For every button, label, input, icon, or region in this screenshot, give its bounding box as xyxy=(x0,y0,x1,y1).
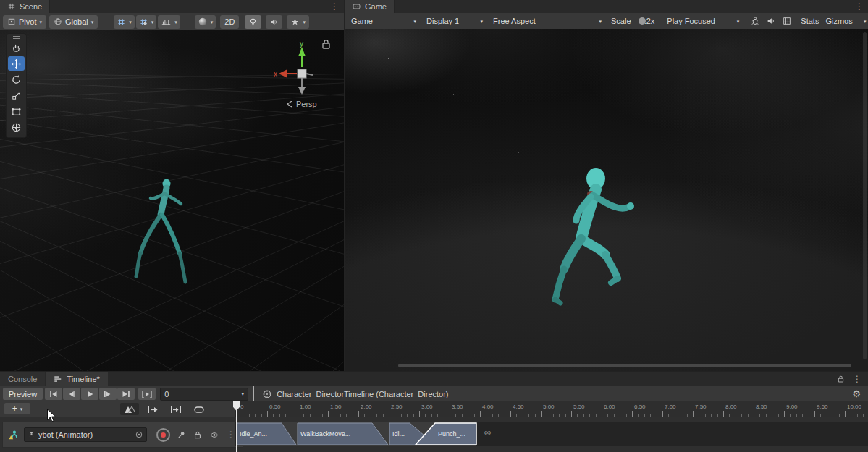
global-dropdown[interactable]: Global ▾ xyxy=(49,15,98,29)
rect-tool-icon xyxy=(11,106,22,117)
scene-tab-icon xyxy=(7,2,16,11)
grid-snap-dropdown[interactable]: ▾ xyxy=(136,15,157,29)
global-label: Global xyxy=(65,17,88,26)
gizmos-dropdown[interactable]: Gizmos ▾ xyxy=(822,13,868,29)
vsync-grid-button[interactable] xyxy=(779,16,795,26)
clips-lane[interactable]: Idle_An...WalkBackMove...Idl...Punch_...… xyxy=(235,422,868,446)
timeline-ruler[interactable]: 00.501.001.502.002.503.003.504.004.505.0… xyxy=(235,401,868,417)
animator-icon xyxy=(28,431,35,439)
frame-number-field[interactable]: 0 ▾ xyxy=(160,388,248,401)
timeline-clip-label: Idle_An... xyxy=(240,430,267,438)
timeline-tab-icon xyxy=(54,375,63,383)
gizmo-x-label: x xyxy=(274,70,277,78)
play-range-icon xyxy=(142,390,152,398)
scene-character[interactable] xyxy=(130,175,203,294)
goto-start-button[interactable] xyxy=(45,388,62,400)
tab-game[interactable]: Game xyxy=(345,0,395,13)
previous-frame-button[interactable] xyxy=(63,388,80,400)
ruler-tick xyxy=(510,411,511,417)
move-tool-button[interactable] xyxy=(8,56,25,71)
grid-visibility-dropdown[interactable]: ▾ xyxy=(114,15,135,29)
ruler-label: 9.00 xyxy=(786,404,798,410)
ruler-tick xyxy=(358,411,359,417)
track-options-icon[interactable]: ⋮ xyxy=(227,430,235,439)
tab-console[interactable]: Console xyxy=(0,372,45,386)
mute-audio-button[interactable] xyxy=(763,16,779,26)
play-button[interactable] xyxy=(81,388,98,400)
caret-down-icon: ▾ xyxy=(864,19,867,24)
2d-toggle-button[interactable]: 2D xyxy=(220,15,239,29)
play-focused-dropdown[interactable]: Play Focused ▾ xyxy=(663,13,743,29)
game-panel-menu-icon[interactable]: ⋮ xyxy=(850,0,868,13)
ruler-label: 5.50 xyxy=(573,404,585,410)
snap-increment-dropdown[interactable]: ▾ xyxy=(158,15,180,29)
track-mute-eye-icon[interactable] xyxy=(208,430,220,440)
rotate-icon xyxy=(11,74,22,85)
ruler-label: 6.50 xyxy=(634,404,646,410)
ruler-tick xyxy=(237,411,237,417)
preview-toggle-button[interactable]: Preview xyxy=(3,388,43,400)
star-specks xyxy=(345,29,345,30)
track-name: ybot (Animator) xyxy=(38,430,132,439)
goto-end-button[interactable] xyxy=(117,388,135,400)
transform-tool-button[interactable] xyxy=(8,120,25,135)
game-target-dropdown[interactable]: Game ▾ xyxy=(347,13,420,29)
tab-timeline[interactable]: Timeline* xyxy=(46,372,107,386)
ripple-mode-button[interactable] xyxy=(143,403,162,415)
play-range-button[interactable] xyxy=(138,388,156,400)
stats-toggle-button[interactable]: Stats xyxy=(801,17,819,25)
gizmo-lock-icon xyxy=(323,40,329,48)
scene-viewport[interactable]: y x Persp xyxy=(0,30,344,371)
hand-tool-button[interactable] xyxy=(8,40,25,55)
game-horizontal-scrollbar[interactable] xyxy=(398,364,851,367)
lighting-toggle-button[interactable] xyxy=(245,15,261,29)
ruler-tick xyxy=(298,411,298,417)
pivot-dropdown[interactable]: Pivot ▾ xyxy=(3,15,46,29)
ruler-tick xyxy=(662,411,663,417)
shading-mode-dropdown[interactable]: ▾ xyxy=(195,15,216,29)
game-vertical-scrollbar[interactable] xyxy=(863,32,867,359)
rotate-tool-button[interactable] xyxy=(8,72,25,87)
scale-tool-button[interactable] xyxy=(8,88,25,103)
audio-toggle-button[interactable] xyxy=(266,15,282,29)
scale-slider-knob[interactable] xyxy=(639,17,646,25)
object-picker-icon[interactable] xyxy=(135,430,143,439)
scene-tabbar: Scene ⋮ xyxy=(0,0,344,13)
timeline-tab-label: Timeline* xyxy=(67,375,99,383)
mix-mode-button[interactable] xyxy=(120,403,139,415)
pin-icon[interactable] xyxy=(175,430,187,440)
scene-panel-menu-icon[interactable]: ⋮ xyxy=(325,0,344,13)
2d-label: 2D xyxy=(224,17,235,26)
track-lock-icon[interactable] xyxy=(192,430,203,440)
display-dropdown[interactable]: Display 1 ▾ xyxy=(423,13,486,29)
animation-track-header[interactable]: ybot (Animator) ⋮ xyxy=(2,422,243,448)
rect-tool-button[interactable] xyxy=(8,104,25,119)
mix-mode-icon xyxy=(123,404,136,414)
add-track-button[interactable]: + ▾ xyxy=(4,403,30,414)
marker-visibility-button[interactable] xyxy=(190,403,208,415)
effects-dropdown[interactable]: ▾ xyxy=(287,15,309,29)
game-viewport[interactable] xyxy=(345,29,868,371)
globe-icon xyxy=(54,17,62,26)
timeline-breadcrumb[interactable]: Character_DirectorTimeline (Character_Di… xyxy=(262,389,852,399)
replace-mode-button[interactable] xyxy=(167,403,185,415)
ruler-tick xyxy=(419,411,420,417)
timeline-settings-gear-icon[interactable]: ⚙ xyxy=(852,388,861,399)
record-button[interactable] xyxy=(156,428,170,442)
lock-icon[interactable] xyxy=(837,375,845,383)
ruler-label: 3.00 xyxy=(421,404,433,410)
frame-debugger-button[interactable] xyxy=(747,16,763,26)
game-tab-label: Game xyxy=(365,2,387,11)
timeline-panel-menu-icon[interactable]: ⋮ xyxy=(853,375,861,383)
speaker-icon xyxy=(766,16,776,26)
projection-toggle[interactable]: Persp xyxy=(287,100,317,108)
tab-scene[interactable]: Scene xyxy=(0,0,50,13)
overlay-grip-handle[interactable] xyxy=(12,35,21,40)
timeline-clip-label: Punch_... xyxy=(438,430,465,438)
animator-object-field[interactable]: ybot (Animator) xyxy=(24,427,147,442)
timeline-midrow: + ▾ 00.501.001.502.002.503.003.504.004.5… xyxy=(0,401,868,417)
aspect-ratio-dropdown[interactable]: Free Aspect ▾ xyxy=(489,13,605,29)
timeline-panel: Console Timeline* ⋮ Preview xyxy=(0,371,868,452)
caret-down-icon: ▾ xyxy=(91,20,94,25)
next-frame-button[interactable] xyxy=(99,388,117,400)
